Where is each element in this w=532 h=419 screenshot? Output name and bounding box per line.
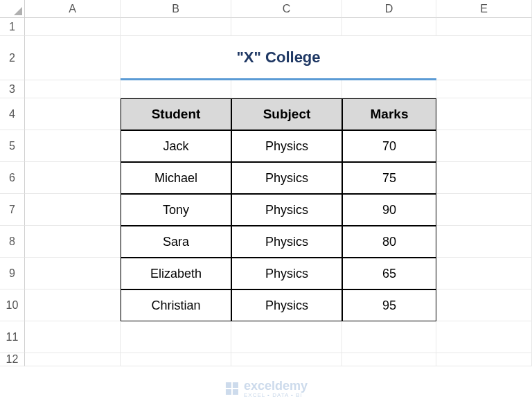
cell-marks-2[interactable]: 75 [342,162,436,194]
cell-d12[interactable] [342,353,436,366]
cell-student-4[interactable]: Sara [121,226,231,258]
row-header-3[interactable]: 3 [0,80,25,98]
col-header-c[interactable]: C [231,0,342,18]
title-cell[interactable]: "X" College [121,36,436,80]
row-header-6[interactable]: 6 [0,162,25,194]
cell-e7[interactable] [436,194,532,226]
cell-marks-6[interactable]: 95 [342,289,436,321]
cell-a11[interactable] [25,321,121,353]
svg-rect-0 [226,382,231,388]
cell-student-1[interactable]: Jack [121,130,231,162]
cell-subject-1[interactable]: Physics [231,130,342,162]
watermark-icon [224,381,240,396]
header-student[interactable]: Student [121,98,231,130]
row-header-11[interactable]: 11 [0,321,25,353]
cell-c1[interactable] [231,18,342,36]
row-header-10[interactable]: 10 [0,289,25,321]
cell-d3[interactable] [342,80,436,98]
cell-marks-5[interactable]: 65 [342,258,436,289]
cell-student-2[interactable]: Michael [121,162,231,194]
select-all-corner[interactable] [0,0,25,18]
spreadsheet-grid: A B C D E 1 2 "X" College 3 4 Student Su… [0,0,532,366]
row-header-2[interactable]: 2 [0,36,25,80]
cell-a6[interactable] [25,162,121,194]
cell-e4[interactable] [436,98,532,130]
cell-student-5[interactable]: Elizabeth [121,258,231,289]
cell-subject-4[interactable]: Physics [231,226,342,258]
watermark-text: exceldemy EXCEL • DATA • BI [244,379,308,398]
cell-a12[interactable] [25,353,121,366]
cell-a1[interactable] [25,18,121,36]
cell-a5[interactable] [25,130,121,162]
cell-e9[interactable] [436,258,532,289]
cell-student-6[interactable]: Christian [121,289,231,321]
cell-b12[interactable] [121,353,231,366]
cell-e6[interactable] [436,162,532,194]
cell-subject-3[interactable]: Physics [231,194,342,226]
cell-d1[interactable] [342,18,436,36]
col-header-a[interactable]: A [25,0,121,18]
svg-rect-2 [226,389,231,395]
cell-e1[interactable] [436,18,532,36]
cell-subject-5[interactable]: Physics [231,258,342,289]
row-header-12[interactable]: 12 [0,353,25,366]
cell-a8[interactable] [25,226,121,258]
cell-marks-3[interactable]: 90 [342,194,436,226]
cell-e10[interactable] [436,289,532,321]
watermark: exceldemy EXCEL • DATA • BI [224,379,308,398]
header-subject[interactable]: Subject [231,98,342,130]
row-header-1[interactable]: 1 [0,18,25,36]
cell-subject-2[interactable]: Physics [231,162,342,194]
row-header-9[interactable]: 9 [0,258,25,289]
col-header-e[interactable]: E [436,0,532,18]
cell-c11[interactable] [231,321,342,353]
cell-e3[interactable] [436,80,532,98]
cell-b1[interactable] [121,18,231,36]
svg-rect-1 [233,382,238,388]
cell-e2[interactable] [436,36,532,80]
row-header-4[interactable]: 4 [0,98,25,130]
cell-b11[interactable] [121,321,231,353]
cell-b3[interactable] [121,80,231,98]
col-header-b[interactable]: B [121,0,231,18]
cell-marks-1[interactable]: 70 [342,130,436,162]
cell-a3[interactable] [25,80,121,98]
cell-marks-4[interactable]: 80 [342,226,436,258]
cell-a9[interactable] [25,258,121,289]
cell-a4[interactable] [25,98,121,130]
watermark-sub: EXCEL • DATA • BI [244,392,308,398]
row-header-5[interactable]: 5 [0,130,25,162]
svg-rect-3 [233,389,238,395]
cell-e12[interactable] [436,353,532,366]
cell-d11[interactable] [342,321,436,353]
row-header-7[interactable]: 7 [0,194,25,226]
header-marks[interactable]: Marks [342,98,436,130]
cell-e5[interactable] [436,130,532,162]
cell-e8[interactable] [436,226,532,258]
cell-a10[interactable] [25,289,121,321]
cell-a7[interactable] [25,194,121,226]
cell-a2[interactable] [25,36,121,80]
cell-subject-6[interactable]: Physics [231,289,342,321]
cell-c12[interactable] [231,353,342,366]
row-header-8[interactable]: 8 [0,226,25,258]
cell-student-3[interactable]: Tony [121,194,231,226]
cell-e11[interactable] [436,321,532,353]
col-header-d[interactable]: D [342,0,436,18]
cell-c3[interactable] [231,80,342,98]
